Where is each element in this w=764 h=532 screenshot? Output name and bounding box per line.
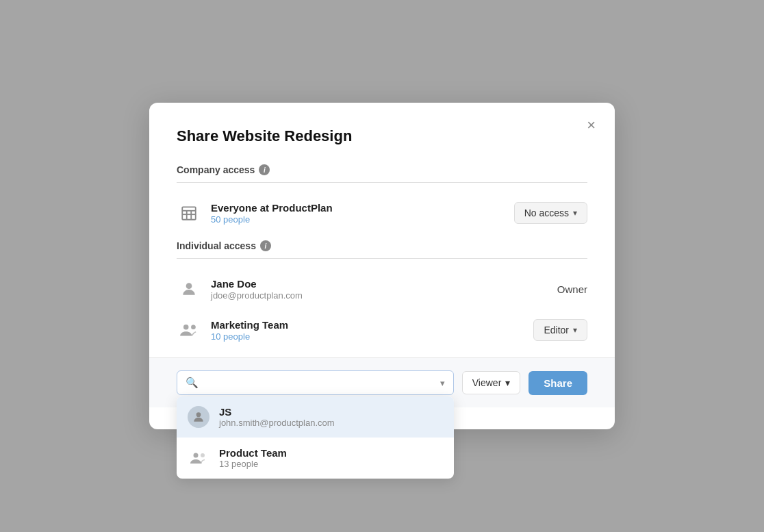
jane-doe-control: Owner — [557, 283, 587, 295]
company-access-row: Everyone at ProductPlan 50 people No acc… — [177, 192, 587, 233]
svg-point-5 — [186, 283, 192, 289]
company-divider — [177, 182, 587, 183]
individual-access-label: Individual access i — [177, 240, 587, 251]
modal: Share Website Redesign × Company access … — [149, 103, 615, 429]
search-icon: 🔍 — [186, 377, 199, 389]
company-access-label: Company access i — [177, 164, 587, 175]
individual-divider — [177, 258, 587, 259]
owner-label: Owner — [557, 283, 587, 295]
close-button[interactable]: × — [587, 118, 596, 133]
jane-doe-person-icon — [177, 277, 201, 301]
share-button[interactable]: Share — [529, 371, 587, 395]
jane-doe-name: Jane Doe — [211, 278, 557, 290]
svg-point-11 — [201, 453, 205, 457]
individual-access-text: Individual access — [177, 240, 256, 251]
product-team-count: 13 people — [219, 459, 287, 469]
search-wrapper: 🔍 ▾ JS — [177, 370, 454, 395]
js-avatar — [188, 406, 209, 428]
svg-rect-0 — [182, 207, 196, 219]
editor-dropdown[interactable]: Editor ▾ — [533, 319, 587, 341]
svg-point-8 — [191, 325, 195, 329]
product-team-info: Product Team 13 people — [219, 447, 287, 469]
company-people-count: 50 people — [211, 214, 514, 225]
viewer-chevron: ▾ — [505, 377, 510, 388]
backdrop: Share Website Redesign × Company access … — [0, 0, 764, 532]
marketing-team-control: Editor ▾ — [533, 319, 587, 341]
editor-label: Editor — [544, 325, 569, 335]
search-input-box[interactable]: 🔍 ▾ — [177, 370, 454, 395]
company-access-text: Company access — [177, 164, 255, 175]
search-dropdown-chevron: ▾ — [440, 378, 445, 388]
svg-point-9 — [196, 412, 201, 417]
dropdown-item-js[interactable]: JS john.smith@productplan.com — [177, 396, 454, 438]
marketing-team-row: Marketing Team 10 people Editor ▾ — [177, 309, 587, 351]
jane-doe-email: jdoe@productplan.com — [211, 290, 557, 301]
no-access-dropdown[interactable]: No access ▾ — [514, 202, 587, 224]
no-access-label: No access — [524, 207, 569, 218]
product-team-group-icon — [188, 447, 209, 469]
marketing-team-info: Marketing Team 10 people — [211, 319, 533, 342]
individual-access-info-icon: i — [260, 240, 271, 251]
marketing-team-name: Marketing Team — [211, 319, 533, 331]
jane-doe-row: Jane Doe jdoe@productplan.com Owner — [177, 268, 587, 309]
svg-point-10 — [194, 453, 199, 458]
dropdown-item-product-team[interactable]: Product Team 13 people — [177, 438, 454, 479]
jane-doe-info: Jane Doe jdoe@productplan.com — [211, 278, 557, 301]
company-access-control: No access ▾ — [514, 202, 587, 224]
js-name: JS — [219, 406, 335, 418]
add-section: 🔍 ▾ JS — [149, 357, 615, 407]
viewer-label: Viewer — [472, 377, 502, 388]
js-email: john.smith@productplan.com — [219, 418, 335, 428]
individual-access-section: Individual access i Jane Doe jdoe@produc… — [177, 240, 587, 351]
search-dropdown-list: JS john.smith@productplan.com — [177, 396, 454, 479]
svg-point-6 — [183, 325, 189, 330]
company-access-info-icon: i — [259, 164, 270, 175]
modal-title: Share Website Redesign — [177, 127, 587, 145]
company-name: Everyone at ProductPlan — [211, 202, 514, 214]
search-input[interactable] — [204, 377, 435, 389]
marketing-team-count: 10 people — [211, 331, 533, 342]
viewer-dropdown[interactable]: Viewer ▾ — [462, 371, 521, 394]
company-access-info: Everyone at ProductPlan 50 people — [211, 202, 514, 225]
js-info: JS john.smith@productplan.com — [219, 406, 335, 428]
editor-chevron: ▾ — [573, 325, 577, 335]
building-icon — [177, 201, 201, 225]
no-access-chevron: ▾ — [573, 208, 577, 218]
product-team-name: Product Team — [219, 447, 287, 459]
marketing-group-icon — [177, 318, 201, 342]
